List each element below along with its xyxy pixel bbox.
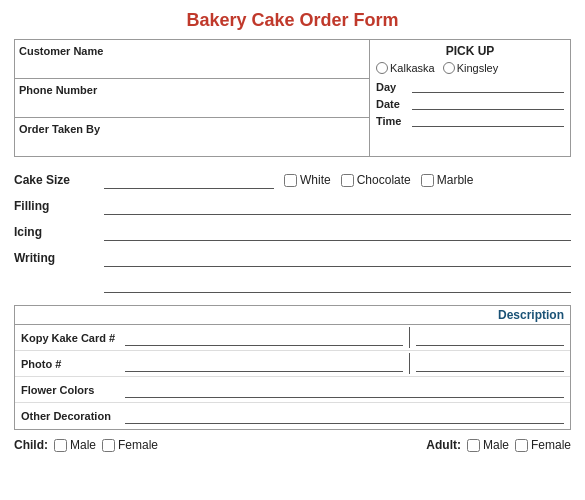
chocolate-option[interactable]: Chocolate — [341, 173, 411, 187]
description-section: Description Kopy Kake Card # Photo # Flo… — [14, 305, 571, 430]
day-input[interactable] — [412, 80, 564, 93]
customer-name-row: Customer Name — [15, 40, 369, 79]
adult-male-checkbox[interactable] — [467, 439, 480, 452]
bottom-section: Child: Male Female Adult: Male Female — [14, 438, 571, 452]
kalkaska-radio[interactable] — [376, 62, 388, 74]
location-radio-row: Kalkaska Kingsley — [376, 62, 564, 74]
marble-label: Marble — [437, 173, 474, 187]
writing-section: Writing — [14, 249, 571, 293]
customer-info-section: Customer Name Phone Number Order Taken B… — [15, 40, 370, 156]
kingsley-radio[interactable] — [443, 62, 455, 74]
other-decoration-row: Other Decoration — [15, 403, 570, 429]
flower-colors-input[interactable] — [125, 382, 564, 398]
adult-female-checkbox[interactable] — [515, 439, 528, 452]
photo-label: Photo # — [15, 358, 125, 370]
date-input[interactable] — [412, 97, 564, 110]
child-male-checkbox[interactable] — [54, 439, 67, 452]
chocolate-label: Chocolate — [357, 173, 411, 187]
kingsley-label: Kingsley — [457, 62, 499, 74]
adult-label: Adult: — [426, 438, 461, 452]
cake-size-input[interactable] — [104, 171, 274, 189]
child-group: Child: Male Female — [14, 438, 158, 452]
writing-input-1[interactable] — [104, 249, 571, 267]
adult-male-option[interactable]: Male — [467, 438, 509, 452]
adult-female-option[interactable]: Female — [515, 438, 571, 452]
date-row: Date — [376, 97, 564, 110]
writing-row-2 — [14, 275, 571, 293]
kopy-kake-input-right[interactable] — [416, 330, 564, 346]
filling-input[interactable] — [104, 197, 571, 215]
order-taken-by-input[interactable] — [19, 136, 363, 154]
page-title: Bakery Cake Order Form — [14, 10, 571, 31]
day-row: Day — [376, 80, 564, 93]
time-row: Time — [376, 114, 564, 127]
kopy-kake-row: Kopy Kake Card # — [15, 325, 570, 351]
icing-label: Icing — [14, 225, 104, 239]
kalkaska-label: Kalkaska — [390, 62, 435, 74]
filling-label: Filling — [14, 199, 104, 213]
icing-row: Icing — [14, 223, 571, 241]
adult-group: Adult: Male Female — [426, 438, 571, 452]
writing-row-1: Writing — [14, 249, 571, 267]
writing-input-2[interactable] — [104, 275, 571, 293]
time-input[interactable] — [412, 114, 564, 127]
kalkaska-option[interactable]: Kalkaska — [376, 62, 435, 74]
kopy-kake-label: Kopy Kake Card # — [15, 332, 125, 344]
kopy-kake-input-left[interactable] — [125, 330, 403, 346]
child-label: Child: — [14, 438, 48, 452]
flower-colors-row: Flower Colors — [15, 377, 570, 403]
child-female-checkbox[interactable] — [102, 439, 115, 452]
phone-number-row: Phone Number — [15, 79, 369, 118]
date-label: Date — [376, 98, 408, 110]
phone-number-label: Phone Number — [19, 84, 97, 96]
icing-input[interactable] — [104, 223, 571, 241]
cake-section: Cake Size White Chocolate Marble Filling… — [14, 171, 571, 293]
order-taken-by-row: Order Taken By — [15, 118, 369, 156]
order-taken-by-label: Order Taken By — [19, 123, 100, 135]
customer-name-input[interactable] — [19, 58, 363, 76]
cake-size-row: Cake Size White Chocolate Marble — [14, 171, 571, 189]
photo-input-left[interactable] — [125, 356, 403, 372]
writing-extra-line — [104, 275, 571, 293]
chocolate-checkbox[interactable] — [341, 174, 354, 187]
child-male-option[interactable]: Male — [54, 438, 96, 452]
white-option[interactable]: White — [284, 173, 331, 187]
writing-label: Writing — [14, 251, 104, 265]
child-female-label: Female — [118, 438, 158, 452]
filling-row: Filling — [14, 197, 571, 215]
kingsley-option[interactable]: Kingsley — [443, 62, 499, 74]
top-section: Customer Name Phone Number Order Taken B… — [14, 39, 571, 157]
other-decoration-label: Other Decoration — [15, 410, 125, 422]
adult-female-label: Female — [531, 438, 571, 452]
photo-right — [410, 354, 570, 374]
pickup-section: PICK UP Kalkaska Kingsley Day Date Time — [370, 40, 570, 156]
white-label: White — [300, 173, 331, 187]
adult-male-label: Male — [483, 438, 509, 452]
flower-colors-label: Flower Colors — [15, 384, 125, 396]
photo-row: Photo # — [15, 351, 570, 377]
cake-size-label: Cake Size — [14, 173, 104, 187]
pickup-title: PICK UP — [376, 44, 564, 58]
child-male-label: Male — [70, 438, 96, 452]
marble-option[interactable]: Marble — [421, 173, 474, 187]
white-checkbox[interactable] — [284, 174, 297, 187]
phone-number-input[interactable] — [19, 97, 363, 115]
kopy-kake-right — [410, 328, 570, 348]
marble-checkbox[interactable] — [421, 174, 434, 187]
description-header: Description — [15, 306, 570, 325]
time-label: Time — [376, 115, 408, 127]
cake-type-options: White Chocolate Marble — [284, 173, 473, 187]
child-female-option[interactable]: Female — [102, 438, 158, 452]
customer-name-label: Customer Name — [19, 45, 103, 57]
photo-input-right[interactable] — [416, 356, 564, 372]
other-decoration-input[interactable] — [125, 408, 564, 424]
day-label: Day — [376, 81, 408, 93]
